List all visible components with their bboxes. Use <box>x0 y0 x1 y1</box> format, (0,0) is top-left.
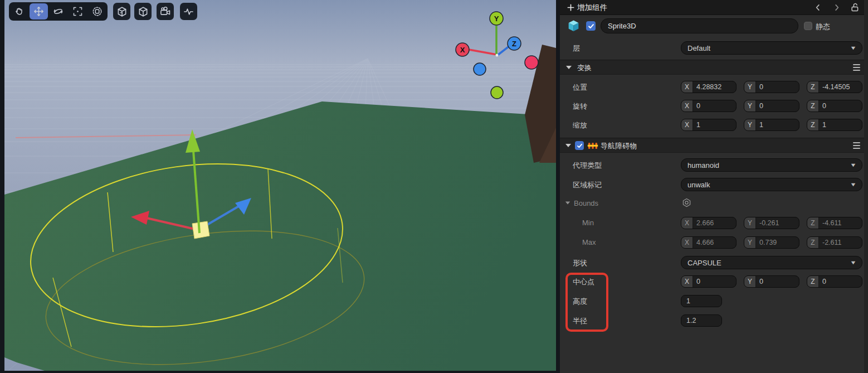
rotation-y-field[interactable]: Y0 <box>744 100 799 112</box>
chevron-down-icon: ▼ <box>850 162 856 168</box>
rotation-label: 旋转 <box>573 101 587 112</box>
nav-obstacle-section-header[interactable]: 导航障碍物 <box>560 138 868 153</box>
entity-name-input[interactable]: Sprite3D <box>601 18 798 33</box>
viewport-3d[interactable]: X Y Z <box>0 0 560 373</box>
bounds-min-label: Min <box>582 219 594 227</box>
chevron-right-icon <box>833 3 841 12</box>
bounds-max-x-field[interactable]: X4.666 <box>681 236 737 249</box>
height-label: 高度 <box>573 297 587 307</box>
agent-type-dropdown[interactable]: humanoid ▼ <box>681 158 862 172</box>
nav-obstacle-title: 导航障碍物 <box>601 141 637 151</box>
editor-window: X Y Z <box>0 0 868 373</box>
chevron-down-icon: ▼ <box>850 45 856 51</box>
section-menu-icon[interactable] <box>853 64 860 72</box>
scale-icon <box>72 6 83 17</box>
move-icon <box>33 6 44 17</box>
cube-icon <box>138 6 149 17</box>
check-icon <box>588 23 594 30</box>
entity-header-row: Sprite3D 静态 <box>560 18 868 36</box>
collapse-caret-icon[interactable] <box>565 144 571 147</box>
chevron-down-icon: ▼ <box>850 182 856 187</box>
stats-button[interactable] <box>180 3 197 20</box>
agent-type-label: 代理类型 <box>573 161 602 171</box>
center-label: 中心点 <box>573 277 594 287</box>
center-z-field[interactable]: Z0 <box>807 275 862 288</box>
pivot-mode-button[interactable] <box>113 3 130 20</box>
radius-field[interactable]: 1.2 <box>681 314 722 327</box>
shape-dropdown[interactable]: CAPSULE ▼ <box>681 256 862 269</box>
axis-z-label: Z <box>512 40 516 48</box>
bounds-target-icon[interactable] <box>682 198 691 207</box>
hand-icon <box>14 6 25 17</box>
add-component-bar[interactable]: 增加组件 <box>560 0 868 15</box>
history-forward-button[interactable] <box>833 3 841 12</box>
axis-neg-z-ball[interactable] <box>474 63 486 75</box>
rect-tool-button[interactable] <box>88 3 106 20</box>
rotate-tool-button[interactable] <box>49 3 67 20</box>
collapse-caret-icon[interactable] <box>566 66 572 69</box>
section-menu-icon[interactable] <box>853 142 860 151</box>
bounds-max-label: Max <box>582 238 596 246</box>
scale-label: 缩放 <box>573 120 587 130</box>
axis-neg-y-ball[interactable] <box>491 86 503 99</box>
center-x-field[interactable]: X0 <box>681 275 737 288</box>
position-z-field[interactable]: Z-4.14505 <box>807 81 862 93</box>
bounds-label: Bounds <box>574 199 598 207</box>
static-checkbox[interactable] <box>804 22 812 30</box>
axis-neg-x-ball[interactable] <box>525 56 538 69</box>
entity-enabled-checkbox[interactable] <box>586 21 596 31</box>
pan-tool-button[interactable] <box>10 3 28 20</box>
area-flag-dropdown[interactable]: unwalk ▼ <box>681 178 862 191</box>
rotation-z-field[interactable]: Z0 <box>807 100 862 112</box>
scale-y-field[interactable]: Y1 <box>744 119 799 131</box>
bounds-caret-icon[interactable] <box>565 201 570 204</box>
inspector-panel: 增加组件 <box>560 0 868 373</box>
chevron-down-icon: ▼ <box>850 260 856 265</box>
axis-widget-origin <box>496 54 499 57</box>
camera-preview-button[interactable] <box>157 3 174 20</box>
transform-section-header[interactable]: 变换 <box>560 60 868 75</box>
bounds-max-z-field[interactable]: Z-2.611 <box>807 236 862 249</box>
axis-x-label: X <box>460 46 465 54</box>
layer-label: 层 <box>573 43 580 54</box>
sprite3d-cube-icon <box>567 19 581 33</box>
position-x-field[interactable]: X4.28832 <box>681 81 737 93</box>
radius-label: 半径 <box>573 316 587 326</box>
obstacle-fence-icon <box>587 142 598 150</box>
check-icon <box>577 143 583 149</box>
position-label: 位置 <box>573 83 587 93</box>
component-enabled-checkbox[interactable] <box>575 141 584 150</box>
layer-dropdown[interactable]: Default ▼ <box>681 41 862 55</box>
stats-waveform-icon <box>183 6 194 17</box>
transform-title: 变换 <box>577 63 592 73</box>
area-flag-label: 区域标记 <box>573 180 602 190</box>
unlock-icon <box>850 2 860 12</box>
bounds-min-y-field[interactable]: Y-0.261 <box>744 217 799 229</box>
chevron-left-icon <box>813 3 822 12</box>
scale-tool-button[interactable] <box>69 3 87 20</box>
rotate-icon <box>53 6 64 17</box>
pivot-cube-icon <box>116 6 128 17</box>
bounds-min-x-field[interactable]: X2.666 <box>681 217 737 229</box>
history-back-button[interactable] <box>813 3 822 12</box>
layer-value: Default <box>687 44 710 52</box>
bounds-min-z-field[interactable]: Z-4.611 <box>807 217 862 229</box>
shading-mode-button[interactable] <box>134 3 152 20</box>
height-field[interactable]: 1 <box>681 295 722 307</box>
scale-x-field[interactable]: X1 <box>681 119 737 131</box>
panel-scrollbar-track[interactable] <box>864 0 868 373</box>
gizmo-center-square[interactable] <box>192 221 209 239</box>
lock-inspector-button[interactable] <box>850 2 860 12</box>
move-tool-button[interactable] <box>30 3 48 20</box>
position-y-field[interactable]: Y0 <box>744 81 799 93</box>
rotation-x-field[interactable]: X0 <box>681 100 737 112</box>
axis-y-label: Y <box>494 14 499 23</box>
viewport-tool-group <box>9 2 108 21</box>
center-y-field[interactable]: Y0 <box>744 275 799 288</box>
shape-label: 形状 <box>573 258 587 268</box>
add-component-label: 增加组件 <box>577 3 607 13</box>
scene-canvas[interactable]: X Y Z <box>4 0 556 371</box>
static-label: 静态 <box>816 22 830 32</box>
scale-z-field[interactable]: Z1 <box>807 119 862 131</box>
bounds-max-y-field[interactable]: Y0.739 <box>744 236 799 249</box>
